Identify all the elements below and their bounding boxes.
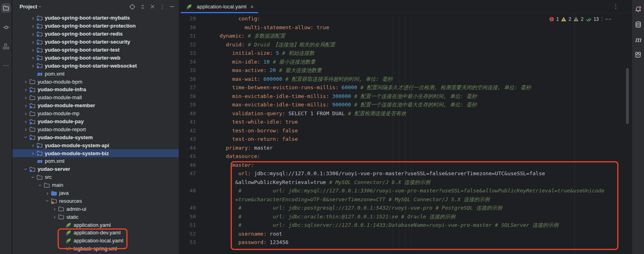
panel-options-icon[interactable]: ⋮ [160, 4, 165, 10]
maven-tool-icon[interactable]: m [632, 32, 644, 47]
code-comment: # 初始连接数 [282, 50, 315, 56]
code-token: dynamic: [219, 33, 245, 39]
code-comment: # url: jdbc:mysql://127.0.0.1:3306/ruoyi… [238, 188, 604, 194]
tree-item-yudao-spring-boot-starter-security[interactable]: ›yudao-spring-boot-starter-security [12, 38, 179, 46]
gradle-tool-icon[interactable] [632, 47, 644, 62]
more-tools-icon[interactable]: ⋯ [0, 60, 12, 72]
tree-item-yudao-module-report[interactable]: ›yudao-module-report [12, 125, 179, 133]
project-panel-title[interactable]: Project [20, 4, 37, 10]
tree-item-yudao-module-bpm[interactable]: ›yudao-module-bpm [12, 78, 179, 86]
chevron-collapsed-icon[interactable]: › [30, 39, 36, 45]
tree-item-yudao-module-mp[interactable]: ›yudao-module-mp [12, 110, 179, 118]
collapse-all-icon[interactable] [150, 4, 155, 9]
tree-item-static[interactable]: ›static [12, 213, 179, 221]
chevron-collapsed-icon[interactable]: › [30, 55, 36, 60]
tree-item-yudao-spring-boot-starter-websocket[interactable]: ›yudao-spring-boot-starter-websocket [12, 62, 179, 70]
chevron-collapsed-icon[interactable]: › [23, 119, 29, 124]
spring-yaml-icon [65, 222, 72, 228]
chevron-collapsed-icon[interactable]: › [52, 206, 58, 212]
database-tool-icon[interactable] [632, 17, 644, 32]
chevron-collapsed-icon[interactable]: › [30, 31, 36, 37]
tree-item-yudao-spring-boot-starter-mybatis[interactable]: ›yudao-spring-boot-starter-mybatis [12, 14, 179, 22]
tree-item-yudao-module-system[interactable]: ›yudao-module-system [12, 133, 179, 141]
chevron-collapsed-icon[interactable]: › [30, 23, 36, 29]
xml-file-icon: </> [65, 246, 72, 252]
code-token: false [282, 128, 298, 134]
tree-item-yudao-module-system-api[interactable]: ›yudao-module-system-api [12, 141, 179, 149]
code-line-40: validation-query: SELECT 1 FROM DUAL # 配… [179, 109, 632, 118]
maven-icon: m [36, 158, 43, 164]
tree-item-logback-spring.xml[interactable]: </>logback-spring.xml [12, 245, 179, 253]
code-token [313, 24, 317, 30]
resources-folder-icon [50, 198, 58, 204]
chevron-expanded-icon[interactable]: › [38, 182, 43, 188]
tab-application-local-yaml[interactable]: application-local.yaml × [181, 0, 258, 13]
editor-area[interactable]: application-local.yaml × ⋮ 1 2 2 13 › › … [179, 0, 632, 254]
chevron-expanded-icon[interactable]: › [30, 174, 36, 180]
tree-item-src[interactable]: ›src [12, 173, 179, 181]
tree-item-yudao-spring-boot-starter-protection[interactable]: ›yudao-spring-boot-starter-protection [12, 22, 179, 30]
chevron-collapsed-icon[interactable]: › [23, 95, 29, 100]
code-token [329, 102, 332, 108]
tree-item-yudao-module-pay[interactable]: ›yudao-module-pay [12, 118, 179, 126]
editor-scrollbar-thumb[interactable] [626, 68, 629, 124]
chevron-collapsed-icon[interactable]: › [30, 150, 36, 156]
editor-options-icon[interactable]: ⋮ [613, 3, 619, 10]
tree-item-yudao-spring-boot-starter-test[interactable]: ›yudao-spring-boot-starter-test [12, 46, 179, 54]
code-token: password: [238, 239, 266, 245]
chevron-collapsed-icon[interactable]: › [23, 103, 29, 108]
tree-item-pom.xml[interactable]: mpom.xml [12, 157, 179, 165]
tree-item-application-local.yaml[interactable]: application-local.yaml [12, 237, 179, 245]
chevron-collapsed-icon[interactable]: › [44, 190, 50, 196]
project-tool-icon[interactable] [0, 2, 12, 14]
tree-item-main[interactable]: ›main [12, 181, 179, 189]
notifications-bell-icon[interactable] [632, 2, 644, 17]
code-token: 20 [270, 67, 276, 73]
chevron-expanded-icon[interactable]: › [45, 198, 50, 204]
tree-item-label: static [66, 214, 78, 220]
tree-item-yudao-spring-boot-starter-web[interactable]: ›yudao-spring-boot-starter-web [12, 54, 179, 62]
tree-item-resources[interactable]: ›resources [12, 197, 179, 205]
chevron-expanded-icon[interactable]: › [23, 166, 29, 172]
tree-item-yudao-server[interactable]: ›yudao-server [12, 165, 179, 173]
close-tab-icon[interactable]: × [250, 4, 253, 10]
chevron-collapsed-icon[interactable]: › [23, 126, 29, 132]
chevron-collapsed-icon[interactable]: › [30, 47, 36, 53]
tree-item-application-dev.yaml[interactable]: application-dev.yaml [12, 229, 179, 237]
code-token: jdbc:mysql://127.0.0.1:3306/ruoyi-vue-pr… [251, 170, 545, 176]
chevron-collapsed-icon[interactable]: › [52, 214, 58, 220]
locate-file-icon[interactable] [129, 4, 136, 10]
structure-tool-icon[interactable] [0, 40, 12, 52]
tree-item-label: pom.xml [45, 158, 64, 164]
chevron-collapsed-icon[interactable]: › [23, 87, 29, 92]
code-token: max-active: [232, 67, 267, 73]
tree-item-yudao-module-member[interactable]: ›yudao-module-member [12, 102, 179, 110]
folder-icon [29, 126, 36, 132]
code-line-43: test-on-return: false [179, 135, 632, 144]
chevron-expanded-icon[interactable]: › [23, 134, 29, 140]
tree-item-yudao-module-infra[interactable]: ›yudao-module-infra [12, 86, 179, 94]
code-token: test-on-borrow: [232, 128, 279, 134]
spring-yaml-icon [65, 230, 72, 236]
chevron-collapsed-icon[interactable]: › [23, 79, 29, 84]
tree-item-yudao-spring-boot-starter-redis[interactable]: ›yudao-spring-boot-starter-redis [12, 30, 179, 38]
tree-item-pom.xml[interactable]: mpom.xml [12, 70, 179, 78]
expand-selector-icon[interactable] [140, 4, 146, 10]
code-token [260, 76, 263, 82]
tree-item-yudao-module-mall[interactable]: ›yudao-module-mall [12, 94, 179, 102]
chevron-collapsed-icon[interactable]: › [30, 15, 36, 21]
tree-item-java[interactable]: ›java [12, 189, 179, 197]
tree-item-yudao-module-system-biz[interactable]: ›yudao-module-system-biz [12, 149, 179, 157]
chevron-collapsed-icon[interactable]: › [30, 63, 36, 68]
chevron-collapsed-icon[interactable]: › [23, 111, 29, 116]
tree-item-admin-ui[interactable]: ›admin-ui [12, 205, 179, 213]
code-line-48-wrap: =true&characterEncoding=UTF-8&serverTime… [179, 195, 632, 204]
module-folder-icon [36, 62, 43, 69]
code-token: test-on-return: [232, 136, 279, 142]
tree-item-application.yaml[interactable]: application.yaml [12, 221, 179, 229]
tree-item-label: yudao-spring-boot-starter-redis [45, 31, 123, 37]
code-line-50: # url: jdbc:oracle:thin:@127.0.0.1:1521:… [179, 212, 632, 221]
hide-panel-icon[interactable] [169, 4, 175, 9]
commit-tool-icon[interactable] [0, 21, 12, 33]
chevron-collapsed-icon[interactable]: › [30, 142, 36, 148]
